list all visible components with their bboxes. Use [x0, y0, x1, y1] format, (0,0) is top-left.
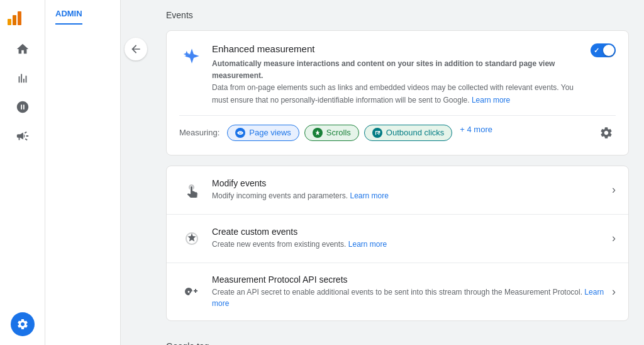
enhanced-title-area: Enhanced measurement Automatically measu…	[212, 43, 583, 106]
page-views-icon	[235, 128, 245, 138]
measurement-protocol-item[interactable]: Measurement Protocol API secrets Create …	[167, 263, 628, 320]
logo-area	[0, 5, 45, 35]
measurement-protocol-chevron: ›	[612, 285, 616, 298]
sparkles-icon	[183, 47, 201, 65]
enhanced-learn-more[interactable]: Learn more	[472, 96, 510, 105]
measurement-protocol-desc: Create an API secret to enable additiona…	[212, 286, 607, 309]
admin-section: ADMIN	[45, 0, 120, 25]
logo-bar-3	[18, 11, 21, 25]
back-arrow-icon	[130, 43, 142, 55]
create-custom-events-chevron: ›	[612, 232, 616, 245]
enhanced-desc: Automatically measure interactions and c…	[212, 58, 583, 106]
modify-events-learn-more[interactable]: Learn more	[350, 191, 388, 200]
admin-tab[interactable]: ADMIN	[55, 9, 82, 25]
events-items-card: Modify events Modify incoming events and…	[166, 166, 629, 321]
measurement-protocol-content: Measurement Protocol API secrets Create …	[212, 274, 607, 309]
main-sidebar	[0, 0, 45, 345]
logo-bar-1	[8, 19, 11, 25]
measuring-row: Measuring: Page views	[179, 115, 616, 142]
measurement-protocol-title: Measurement Protocol API secrets	[212, 274, 607, 285]
google-tag-section-title: Google tag	[151, 331, 644, 345]
chip-outbound-clicks[interactable]: Outbound clicks	[364, 125, 453, 141]
modify-events-item[interactable]: Modify events Modify incoming events and…	[167, 166, 628, 215]
modify-events-title: Modify events	[212, 178, 607, 188]
sidebar-item-explore[interactable]	[0, 93, 45, 122]
sidebar-item-home[interactable]	[0, 35, 45, 64]
create-custom-events-learn-more[interactable]: Learn more	[348, 240, 387, 249]
create-custom-events-content: Create custom events Create new events f…	[212, 227, 607, 250]
chip-scrolls[interactable]: Scrolls	[304, 125, 359, 141]
toggle-dot	[603, 45, 614, 56]
secondary-sidebar: ADMIN	[45, 0, 121, 345]
more-link[interactable]: + 4 more	[460, 125, 492, 141]
click-icon	[374, 130, 380, 136]
custom-events-icon	[184, 231, 199, 246]
explore-icon	[16, 100, 30, 114]
toggle-check-mark: ✓	[594, 47, 599, 55]
enhanced-desc-bold: Automatically measure interactions and c…	[212, 59, 555, 80]
create-custom-events-desc: Create new events from existing events. …	[212, 239, 607, 250]
settings-icon	[16, 318, 29, 331]
scroll-icon	[314, 130, 321, 136]
toggle-area[interactable]: ✓	[591, 43, 616, 57]
advertising-icon	[16, 129, 30, 143]
home-icon	[16, 42, 30, 56]
create-custom-events-icon	[179, 226, 204, 251]
logo-bar-2	[13, 15, 16, 25]
create-custom-events-title: Create custom events	[212, 227, 607, 237]
chip-page-views[interactable]: Page views	[227, 125, 299, 141]
modify-events-chevron: ›	[612, 183, 616, 196]
measuring-settings-button[interactable]	[597, 123, 616, 142]
hand-pointer-icon	[184, 183, 199, 198]
sidebar-item-advertising[interactable]	[0, 122, 45, 151]
enhanced-header: Enhanced measurement Automatically measu…	[179, 43, 616, 106]
enhanced-title: Enhanced measurement	[212, 43, 583, 54]
page-views-label: Page views	[249, 128, 291, 137]
modify-events-icon	[179, 178, 204, 203]
events-section-title: Events	[151, 0, 644, 25]
modify-events-desc: Modify incoming events and parameters. L…	[212, 190, 607, 201]
gear-icon	[599, 126, 613, 140]
outbound-clicks-icon	[372, 128, 382, 138]
back-button[interactable]	[125, 38, 147, 60]
measure-chips: Page views Scrolls	[227, 125, 597, 141]
bar-chart-icon	[16, 71, 30, 85]
scrolls-label: Scrolls	[326, 128, 351, 137]
key-icon	[184, 284, 199, 299]
analytics-logo	[8, 10, 21, 25]
sidebar-item-settings[interactable]	[11, 312, 35, 337]
scrolls-icon	[313, 128, 323, 138]
modify-events-content: Modify events Modify incoming events and…	[212, 178, 607, 201]
enhanced-icon	[179, 43, 204, 69]
eye-icon	[237, 130, 243, 136]
sidebar-item-reports[interactable]	[0, 64, 45, 93]
back-area	[121, 0, 151, 345]
enhanced-measurement-card: Enhanced measurement Automatically measu…	[166, 30, 629, 156]
measuring-label: Measuring:	[179, 128, 219, 137]
outbound-clicks-label: Outbound clicks	[386, 128, 445, 137]
measurement-protocol-icon	[179, 279, 204, 304]
enhanced-desc-text: Data from on-page elements such as links…	[212, 83, 574, 104]
enhanced-toggle[interactable]: ✓	[591, 43, 616, 57]
create-custom-events-item[interactable]: Create custom events Create new events f…	[167, 215, 628, 263]
main-content: Events Enhanced measurement Automaticall…	[151, 0, 644, 345]
